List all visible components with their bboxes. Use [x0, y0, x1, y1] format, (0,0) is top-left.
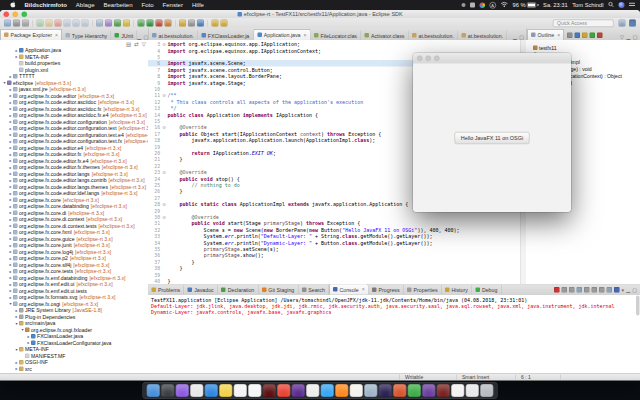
tree-item[interactable]: ▸org.eclipse.fx.code.editor.fx.e4[efxcli…: [0, 158, 148, 165]
view-tab-type-hierarchy[interactable]: Type Hierarchy: [62, 31, 111, 41]
save-icon[interactable]: [13, 20, 20, 27]
editor-tab-0[interactable]: at.bestsolution.: [149, 31, 198, 41]
scroll-lock-icon[interactable]: [584, 287, 590, 293]
dock-icon-acrobat[interactable]: [263, 384, 276, 397]
tree-item[interactable]: ▸org.eclipse.fx.core.di.context.tests[ef…: [0, 223, 148, 230]
console-tab-debug[interactable]: Debug: [472, 285, 501, 295]
step-return-icon[interactable]: [82, 20, 89, 27]
console-scrollbar[interactable]: [636, 296, 640, 316]
console-tab-search[interactable]: Search: [298, 285, 329, 295]
spotlight-icon[interactable]: [608, 2, 614, 9]
forward-icon[interactable]: [221, 20, 228, 27]
zoom-window-button[interactable]: [22, 11, 28, 17]
dock-icon-trash[interactable]: [480, 384, 493, 397]
dock-icon-finder[interactable]: [147, 384, 160, 397]
search-icon[interactable]: [197, 20, 204, 27]
profile-icon[interactable]: [156, 20, 163, 27]
new-java-project-icon[interactable]: [179, 20, 186, 27]
close-tab-icon[interactable]: ×: [304, 32, 307, 38]
debug-icon[interactable]: [138, 20, 145, 27]
external-tools-icon[interactable]: [165, 20, 172, 27]
battery-indicator[interactable]: 96 %: [512, 2, 538, 8]
tree-item[interactable]: ▸src: [0, 366, 148, 373]
tree-item[interactable]: ▸org.eclipse.fx.code.editor.configuratio…: [0, 125, 148, 132]
tree-item[interactable]: ▸org.eclipse.fx.code.editor.configuratio…: [0, 119, 148, 126]
dock-icon-preview[interactable]: [364, 384, 377, 397]
tree-item[interactable]: ▸org.eclipse.fx.code.editor.langs.themes…: [0, 184, 148, 191]
wifi-icon[interactable]: [500, 2, 508, 9]
dock-icon-notes[interactable]: [350, 384, 363, 397]
dock-icon-textedit[interactable]: [306, 384, 319, 397]
dock-icon-itunes[interactable]: [248, 384, 261, 397]
remove-launch-icon[interactable]: [561, 287, 567, 293]
view-menu-icon[interactable]: ▽: [142, 41, 146, 48]
dock-icon-mail[interactable]: [466, 384, 479, 397]
accessibility-icon[interactable]: A: [489, 2, 496, 9]
minimize-window-button[interactable]: [13, 11, 19, 17]
tree-item[interactable]: ▸org.eclipse.fx.code.editor.configuratio…: [0, 138, 148, 145]
dock-icon-photos[interactable]: [190, 384, 203, 397]
editor-tab-1[interactable]: FXClassLoader.ja: [198, 31, 253, 41]
tree-item[interactable]: testfx11: [526, 44, 640, 51]
outline-tool-icon-4[interactable]: [597, 33, 603, 39]
editor-tab-5[interactable]: at.bestsolution.: [408, 31, 457, 41]
use-step-filters-icon[interactable]: [96, 20, 103, 27]
editor-tab-4[interactable]: Activator.class: [361, 31, 409, 41]
remove-all-launches-icon[interactable]: [569, 287, 575, 293]
run-icon[interactable]: [147, 20, 154, 27]
close-tab-icon[interactable]: ×: [55, 32, 58, 38]
apple-menu-icon[interactable]: [5, 1, 20, 10]
terminate-icon[interactable]: [554, 287, 560, 293]
quick-access-input[interactable]: Quick Access: [553, 19, 614, 27]
lightning-icon[interactable]: [123, 20, 130, 27]
debug-terminate-icon[interactable]: [55, 20, 62, 27]
console-tab-javadoc[interactable]: Javadoc: [184, 285, 218, 295]
screen-recording-icon[interactable]: [461, 3, 465, 7]
view-tab-junit[interactable]: JUnit: [111, 31, 137, 41]
close-tab-icon[interactable]: ×: [557, 32, 560, 38]
tree-item[interactable]: ▸org.eclipse.fx.code.editor.ldef.langs[e…: [0, 190, 148, 197]
dock-icon-sketch-app[interactable]: [393, 384, 406, 397]
console-tab-git-staging[interactable]: Git Staging: [258, 285, 298, 295]
new-wizard-icon[interactable]: [4, 20, 11, 27]
dock-icon-firefox[interactable]: [335, 384, 348, 397]
console-tab-properties[interactable]: Properties: [404, 285, 442, 295]
dock-icon-calendar[interactable]: [234, 384, 247, 397]
step-into-icon[interactable]: [64, 20, 71, 27]
dock-icon-document[interactable]: [451, 384, 464, 397]
editor-tab-2[interactable]: Application.java×: [253, 29, 310, 40]
collapse-all-icon[interactable]: ▤: [126, 41, 131, 48]
open-console-icon[interactable]: [614, 287, 620, 293]
menu-item-bearbeiten[interactable]: Bearbeiten: [99, 2, 137, 9]
console-tab-problems[interactable]: Problems: [148, 285, 184, 295]
menubar-app-name[interactable]: Bildschirmfoto: [20, 2, 71, 9]
tree-item[interactable]: ▸org.eclipse.fx.code.editor.configuratio…: [0, 132, 148, 139]
dock-icon-dev-app[interactable]: [437, 384, 450, 397]
notification-center-icon[interactable]: [629, 2, 635, 8]
siri-icon[interactable]: [619, 2, 625, 8]
dock-icon-eclipse-purple[interactable]: [292, 384, 305, 397]
tree-item[interactable]: ▸org.eclipse.fx.code.editor.asciidoc[efx…: [0, 99, 148, 106]
trace-icon[interactable]: [105, 20, 112, 27]
pin-console-icon[interactable]: [599, 287, 605, 293]
javafx-window-titlebar[interactable]: [413, 53, 571, 64]
tree-item[interactable]: ▸org.eclipse.fx.core.databinding[efxclip…: [0, 203, 148, 210]
view-menu-icon[interactable]: ▾: [621, 288, 624, 294]
outline-tool-icon-1[interactable]: [575, 33, 581, 39]
dock-icon-screenshot-app[interactable]: [161, 384, 174, 397]
back-icon[interactable]: [212, 20, 219, 27]
outline-tool-icon-3[interactable]: [590, 33, 596, 39]
word-wrap-icon[interactable]: [591, 287, 597, 293]
dock-icon-eclipse-alt[interactable]: [422, 384, 435, 397]
maximize-view-icon[interactable]: ▢: [632, 288, 637, 294]
dock-icon-chrome[interactable]: [277, 384, 290, 397]
menubar-clock[interactable]: Sa. 23:31: [543, 2, 568, 8]
dock-icon-shirt-app[interactable]: [219, 384, 232, 397]
javafx-app-window[interactable]: Hello JavaFX 11 on OSGi: [413, 53, 571, 212]
console-output[interactable]: TestFX11.application [Eclipse Applicatio…: [148, 295, 640, 318]
menu-item-hilfe[interactable]: Hilfe: [187, 2, 208, 9]
dock-icon-siri[interactable]: [176, 384, 189, 397]
tree-item[interactable]: ▸org.eclipse.fx.code.editor.langs.contri…: [0, 177, 148, 184]
hello-javafx-button[interactable]: Hello JavaFX 11 on OSGi: [455, 132, 530, 144]
input-source-icon[interactable]: [470, 3, 475, 8]
